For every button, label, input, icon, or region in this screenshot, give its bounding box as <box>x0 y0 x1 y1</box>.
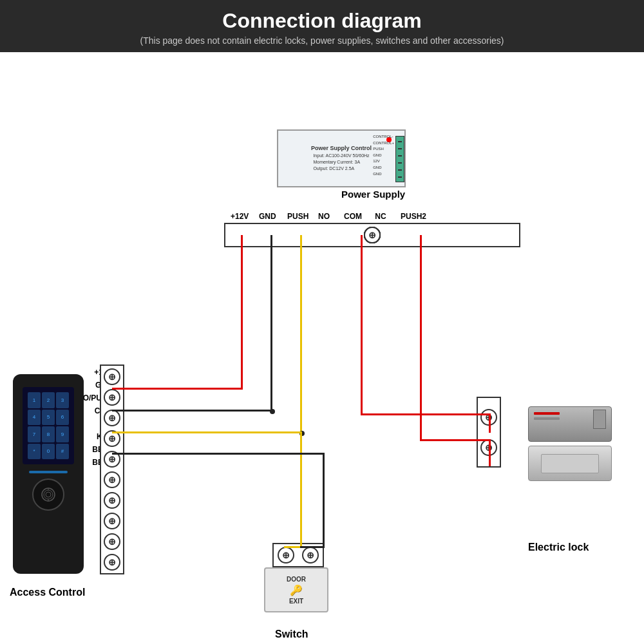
wire-red-push2-horizontal <box>420 439 491 441</box>
psu-labels-right: CONTROL-CONTROL+PUSHGND12VGNDGND <box>373 134 394 177</box>
wire-black-gnd-vertical <box>270 235 272 412</box>
wire-black-com-vertical <box>323 453 325 548</box>
key-1: 1 <box>28 392 41 408</box>
wire-red-elock-down <box>489 413 491 433</box>
ac-terminal-d0: ⊕ <box>104 554 120 571</box>
wire-black-switch-h <box>300 546 325 548</box>
ac-terminal-bell2: ⊕ <box>104 513 120 529</box>
power-supply-unit: Power Supply Control Input: AC100-240V 5… <box>277 129 406 187</box>
psu-term-label-5: NC <box>372 212 389 221</box>
page-title: Connection diagram <box>13 9 631 33</box>
wire-red-12v-horizontal <box>112 388 243 390</box>
psu-term-label-4: COM <box>344 212 361 221</box>
psu-term-label-3: NO <box>316 212 332 221</box>
ac-terminal-d1: ⊕ <box>104 533 120 550</box>
switch-terminal-1: ⊕ <box>302 547 319 564</box>
ac-terminal-bell1: ⊕ <box>104 492 120 509</box>
key-2: 2 <box>42 392 55 408</box>
electric-lock <box>528 406 612 535</box>
wire-yellow-to-switch <box>300 433 302 548</box>
key-hash: # <box>56 444 69 460</box>
switch-label: Switch <box>275 629 308 640</box>
psu-term-label-6: PUSH2 <box>401 212 417 221</box>
ac-keypad: 1 2 3 4 5 6 7 8 9 * 0 # <box>23 387 74 464</box>
diagram-area: Power Supply Control Input: AC100-240V 5… <box>0 52 644 632</box>
key-star: * <box>28 444 41 460</box>
wire-red-com-vertical <box>361 235 363 415</box>
wire-red-12v-vertical <box>241 235 243 390</box>
key-9: 9 <box>56 426 69 442</box>
ac-label: Access Control <box>10 587 85 598</box>
psu-title: Power Supply Control <box>311 145 372 151</box>
key-3: 3 <box>56 392 69 408</box>
ac-terminal-column: ⊕ ⊕ ⊕ ⊕ ⊕ ⊕ ⊕ ⊕ ⊕ ⊕ <box>100 365 124 574</box>
psu-label: Power Supply <box>341 189 405 200</box>
wire-black-gnd-horizontal <box>112 410 272 412</box>
key-5: 5 <box>42 410 55 426</box>
key-0: 0 <box>42 444 55 460</box>
elock-gray-wire <box>534 417 560 420</box>
wire-red-to-elock <box>361 413 491 415</box>
psu-term-label-1: GND <box>259 212 276 221</box>
wire-red-push2-vertical <box>420 235 422 441</box>
svg-point-2 <box>46 492 51 497</box>
header: Connection diagram (This page does not c… <box>0 0 644 52</box>
ac-terminal-12v: ⊕ <box>104 368 120 385</box>
psu-specs: Input: AC100-240V 50/60Hz Momentary Curr… <box>310 153 372 171</box>
psu-connector <box>395 136 404 182</box>
key-8: 8 <box>42 426 55 442</box>
switch-line1: DOOR <box>287 576 306 583</box>
key-6: 6 <box>56 410 69 426</box>
switch-device: DOOR 🔑 EXIT <box>264 567 328 612</box>
wire-black-com-horizontal <box>112 453 325 455</box>
switch-terminal-0: ⊕ <box>278 547 294 564</box>
elock-plate <box>528 446 612 481</box>
ac-terminal-nopush: ⊕ <box>104 410 120 426</box>
elock-label: Electric lock <box>528 542 589 553</box>
psu-term-label-0: +12V <box>231 212 247 221</box>
elock-red-wire <box>534 412 560 415</box>
elock-plate-inner <box>541 454 599 473</box>
key-4: 4 <box>28 410 41 426</box>
access-control-device: 1 2 3 4 5 6 7 8 9 * 0 # <box>13 374 84 574</box>
page-subtitle: (This page does not contain electric loc… <box>13 35 631 46</box>
elock-magnet <box>528 406 612 442</box>
ac-led-strip <box>29 471 68 473</box>
psu-terminal-labels: +12V GND PUSH NO COM NC PUSH2 <box>231 212 417 221</box>
wire-red-elock-lower <box>489 439 491 466</box>
svg-point-1 <box>44 490 53 499</box>
switch-icon: 🔑 <box>290 584 303 596</box>
psu-term-label-2: PUSH <box>287 212 304 221</box>
elock-connector <box>593 410 606 429</box>
ac-fingerprint <box>32 478 64 511</box>
wire-yellow-nopush-horizontal <box>112 431 302 433</box>
wire-yellow-push-vertical <box>300 235 302 435</box>
switch-line2: EXIT <box>289 598 303 605</box>
psu-terminal-6: ⊕ <box>364 227 381 243</box>
psu-terminal-row: ⊕ ⊕ ⊕ ⊕ ⊕ ⊕ ⊕ <box>224 223 520 247</box>
ac-terminal-key: ⊕ <box>104 471 120 488</box>
key-7: 7 <box>28 426 41 442</box>
ac-terminal-gnd: ⊕ <box>104 389 120 406</box>
wire-yellow-switch-h <box>284 546 302 548</box>
